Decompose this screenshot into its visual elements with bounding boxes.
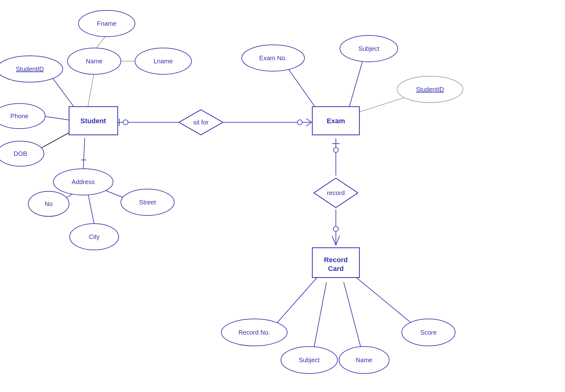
svg-line-16 xyxy=(306,122,312,126)
attr-subject-exam-label: Subject xyxy=(358,45,379,52)
svg-line-30 xyxy=(344,282,361,348)
relationship-sitfor-label: sit for xyxy=(193,119,209,126)
attr-studentid-student-label: StudentID xyxy=(16,66,44,72)
svg-line-19 xyxy=(348,61,363,110)
er-diagram: Student Exam Record Card sit for record … xyxy=(0,0,565,392)
entity-recordcard-label1: Record xyxy=(324,256,348,264)
attr-fname-label: Fname xyxy=(97,20,116,27)
svg-point-13 xyxy=(123,120,128,125)
svg-line-25 xyxy=(332,236,336,245)
svg-point-23 xyxy=(333,147,338,152)
svg-line-26 xyxy=(336,236,340,245)
entity-recordcard-label2: Card xyxy=(328,265,344,273)
svg-line-29 xyxy=(314,282,326,348)
attr-address-label: Address xyxy=(72,178,94,185)
svg-line-18 xyxy=(287,67,317,110)
attr-phone-label: Phone xyxy=(10,113,29,119)
attr-studentid-exam-label: StudentID xyxy=(416,86,444,93)
attr-name-label: Name xyxy=(86,58,102,65)
attr-dob-label: DOB xyxy=(13,150,27,157)
svg-line-28 xyxy=(275,278,317,326)
svg-line-6 xyxy=(83,138,85,171)
svg-line-5 xyxy=(38,130,74,150)
svg-point-17 xyxy=(297,120,302,125)
attr-city-label: City xyxy=(89,233,100,240)
svg-line-10 xyxy=(88,193,94,224)
svg-line-1 xyxy=(88,72,94,107)
svg-line-15 xyxy=(306,119,312,122)
attr-recordno-label: Record No. xyxy=(238,329,270,336)
entity-student-label: Student xyxy=(80,117,106,125)
svg-point-27 xyxy=(333,226,338,231)
attr-score-label: Score xyxy=(420,329,437,336)
attr-subject-rc-label: Subject xyxy=(299,357,320,363)
attr-street-label: Street xyxy=(139,199,156,206)
entity-exam-label: Exam xyxy=(327,117,345,125)
attr-lname-label: Lname xyxy=(153,58,173,65)
svg-line-31 xyxy=(356,278,414,326)
relationship-record-label: record xyxy=(327,189,345,196)
attr-name-rc-label: Name xyxy=(356,357,372,363)
attr-no-label: No xyxy=(45,200,53,207)
attr-examno-label: Exam No. xyxy=(259,55,287,61)
